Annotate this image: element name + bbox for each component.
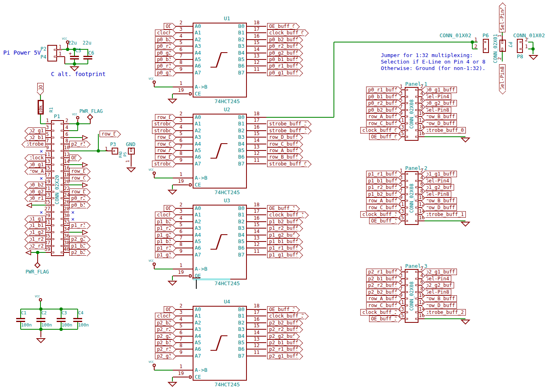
global-label[interactable]: p1_r2 [155,225,173,231]
global-label[interactable]: p1_b1_buff [366,178,399,184]
unlabeled-arrow-icon[interactable] [26,203,32,208]
global-label[interactable]: row_A_buff [366,113,399,120]
vcc-power-icon[interactable] [153,172,156,175]
unlabeled-arrow-icon[interactable] [82,230,88,235]
global-label[interactable]: clock_buff_2 [360,309,399,316]
global-label[interactable]: Sel-Pin4 [425,178,451,184]
global-label[interactable]: p1_r1_buff [267,245,299,251]
vcc-power-icon[interactable] [76,116,79,119]
global-label[interactable]: p1_b2_buff [267,218,299,225]
global-label[interactable]: p0_b2_buff [366,107,399,113]
wire[interactable] [69,123,90,124]
global-label[interactable]: strobe [152,121,173,127]
global-label[interactable]: p0_b1 [69,202,87,208]
global-label[interactable]: OE_buff_2 [369,316,399,322]
global-label[interactable]: OE_buff_1 [267,205,297,212]
global-label[interactable]: p0_g1_buff [267,70,299,76]
global-label[interactable]: row_D_buff [425,120,457,127]
global-label[interactable]: row_A [155,147,173,154]
global-label[interactable]: row_B_buff [425,113,457,120]
wire[interactable] [21,329,78,330]
wire[interactable] [154,370,173,371]
global-label[interactable]: p0_r2_buff [366,100,399,106]
global-label[interactable]: Sel-Pin4 [499,6,506,32]
global-label[interactable]: OE [164,23,173,30]
global-label[interactable]: p1_r2_buff [366,184,399,191]
global-label[interactable]: row_B_buff [425,197,457,204]
gnd-pad-name[interactable]: GND [126,142,135,147]
global-label[interactable]: p2_b1 [28,134,46,141]
global-label[interactable]: p1_r1 [155,245,173,251]
connector-ref[interactable]: Panel-1 [405,81,427,87]
connector-ref[interactable]: P3 [110,142,116,147]
global-label[interactable]: row_C [69,175,87,181]
wire[interactable] [98,134,99,151]
global-label[interactable]: row_C_buff [267,141,299,147]
global-label[interactable]: Sel-Pin4 [425,275,451,282]
global-label[interactable]: p0_g2 [28,189,46,195]
global-label[interactable]: p1_g2_buf [267,232,297,238]
wire[interactable] [172,276,173,280]
ground-symbol-icon[interactable] [461,320,470,325]
connector-ref[interactable]: P1 [54,114,60,119]
global-label[interactable]: clock [155,30,173,36]
global-label[interactable]: row_A [28,168,46,174]
global-label[interactable]: Sel-Pin8 [499,64,506,91]
ground-symbol-icon[interactable] [461,222,470,227]
global-label[interactable]: OE [37,83,44,92]
no-connect-icon[interactable]: ✕ [40,209,43,215]
pwr-flag-icon[interactable] [34,262,41,269]
chip-value[interactable]: 74HCT245 [215,281,240,286]
global-label[interactable]: p0_g1 [155,70,173,76]
global-label[interactable]: strobe_buff_0 [267,161,308,167]
wire[interactable] [154,269,173,269]
connector-ref[interactable]: P4 [40,55,46,59]
global-label[interactable]: row_A_buff [267,147,299,154]
global-label[interactable]: p1_b2 [69,243,87,249]
global-label[interactable]: row_C_buff [366,302,399,309]
wire[interactable] [21,309,78,309]
vcc-power-icon[interactable] [153,364,156,367]
global-label[interactable]: OE [69,155,78,161]
global-label[interactable]: p0_b2_buff [267,36,299,43]
global-label[interactable]: clock_buff_0 [267,30,306,36]
global-label[interactable]: row_C_buff [366,204,399,211]
ground-symbol-icon[interactable] [127,167,136,173]
global-label[interactable]: p0_g2_buff [267,50,299,56]
vcc-power-icon[interactable] [39,298,42,301]
wire[interactable] [69,150,106,151]
global-label[interactable]: p0_b1_buff [366,93,399,100]
global-label[interactable]: p0_r2 [69,195,87,201]
unlabeled-arrow-icon[interactable] [82,135,88,140]
global-label[interactable]: OE_buff_1 [369,218,399,224]
global-label[interactable]: p2_r1 [155,346,173,352]
global-label[interactable]: p2_g1 [28,127,46,134]
global-label[interactable]: p0_g2_buff [425,100,457,106]
global-label[interactable]: p2_b1_buff [267,339,299,346]
global-label[interactable]: p0_r1 [28,195,46,201]
global-label[interactable]: p2_b2 [155,320,173,326]
global-label[interactable]: p0_b2 [155,36,173,43]
capacitor-ref[interactable]: C5 [75,48,81,53]
global-label[interactable]: p2_r2_buff [366,282,399,288]
global-label[interactable]: p2_b1 [155,339,173,346]
global-label[interactable]: p2_r2_buff [267,326,299,333]
global-label[interactable]: p1_g1 [155,252,173,258]
global-label[interactable]: p2_b1_buff [366,275,399,282]
global-label[interactable]: row_D_buff [425,302,457,309]
no-connect-icon[interactable]: ✕ [40,148,43,154]
global-label[interactable]: strobe_buff_2 [425,309,466,316]
ground-symbol-icon[interactable] [168,281,177,286]
global-label[interactable]: p2_g1 [155,353,173,359]
global-label[interactable]: p2_g1_buff [267,353,299,359]
global-label[interactable]: p2_b2_buff [267,320,299,326]
ground-symbol-icon[interactable] [36,338,45,343]
global-label[interactable]: p1_r1 [69,222,87,229]
global-label[interactable]: p2_g2 [69,236,87,242]
global-label[interactable]: p2_r2 [28,243,46,249]
wire[interactable] [69,232,82,233]
wire[interactable] [69,130,78,131]
global-label[interactable]: p1_g2_buf [425,184,454,191]
global-label[interactable]: p1_g2 [155,232,173,238]
global-label[interactable]: p1_g1_buff [425,171,457,177]
